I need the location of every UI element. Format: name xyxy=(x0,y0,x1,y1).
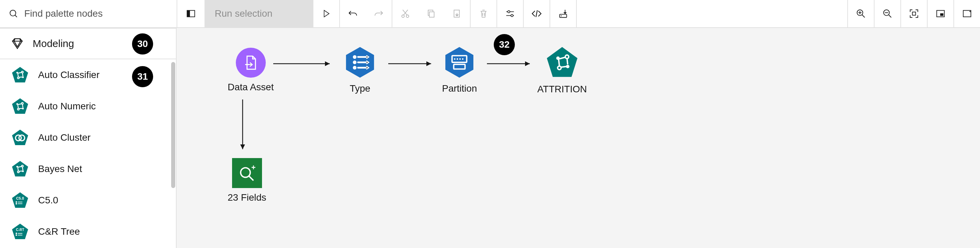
svg-point-46 xyxy=(240,168,250,177)
palette-node-label: Auto Classifier xyxy=(38,69,100,80)
svg-text:C-RT: C-RT xyxy=(16,228,24,232)
pentagon-icon xyxy=(11,66,29,84)
svg-point-3 xyxy=(406,15,409,18)
palette-node-label: Auto Cluster xyxy=(38,132,91,143)
copy-icon xyxy=(426,9,436,18)
svg-point-2 xyxy=(402,15,404,18)
svg-point-42 xyxy=(556,56,560,60)
settings-button[interactable] xyxy=(497,0,523,27)
pentagon-icon: C-RT xyxy=(11,222,29,241)
flow-arrow xyxy=(272,61,334,67)
flow-arrow xyxy=(240,99,246,153)
panel-toggle-button[interactable] xyxy=(177,0,205,27)
file-import-icon xyxy=(243,55,258,70)
audit-icon: + xyxy=(239,165,256,182)
node-label: ATTRITION xyxy=(537,84,587,95)
zoom-out-icon xyxy=(882,8,892,19)
undo-icon xyxy=(348,8,358,19)
canvas-node-data-asset[interactable]: Data Asset xyxy=(228,48,274,93)
run-button[interactable] xyxy=(313,0,339,27)
flow-canvas[interactable]: Data Asset Type xyxy=(177,28,980,248)
minimap-button[interactable] xyxy=(928,0,953,27)
delete-button xyxy=(471,0,496,27)
panel-toggle-icon xyxy=(186,8,196,19)
palette-node-auto-numeric[interactable]: Auto Numeric xyxy=(0,91,176,122)
paste-icon xyxy=(452,9,462,18)
svg-text:C5.0: C5.0 xyxy=(16,196,24,200)
svg-point-9 xyxy=(561,15,562,16)
svg-point-36 xyxy=(16,235,17,236)
add-comment-button[interactable]: + xyxy=(954,0,980,27)
zoom-in-button[interactable] xyxy=(848,0,874,27)
zoom-in-icon xyxy=(856,8,866,19)
download-button[interactable] xyxy=(550,0,576,27)
main-area: Modeling Auto Classifier Auto Numeric Au… xyxy=(0,28,980,248)
svg-text:+: + xyxy=(251,165,256,172)
minimap-icon xyxy=(935,8,946,19)
palette-node-label: Auto Numeric xyxy=(38,101,96,112)
palette-node-c50[interactable]: C5.0 C5.0 xyxy=(0,185,176,216)
redo-icon xyxy=(374,8,384,19)
palette-node-crtree[interactable]: C-RT C&R Tree xyxy=(0,216,176,247)
svg-rect-14 xyxy=(940,13,943,16)
hexagon-icon xyxy=(343,46,377,79)
svg-point-39 xyxy=(353,67,356,69)
svg-rect-1 xyxy=(187,11,190,17)
run-selection-button: Run selection xyxy=(205,0,313,27)
copy-button xyxy=(418,0,444,27)
cut-icon xyxy=(400,8,410,19)
palette-node-label: C5.0 xyxy=(38,195,58,206)
annotation-badge-31: 31 xyxy=(132,66,153,87)
flow-arrow xyxy=(388,61,435,67)
palette-node-auto-cluster[interactable]: Auto Cluster xyxy=(0,122,176,153)
palette-search[interactable] xyxy=(0,0,177,27)
svg-point-6 xyxy=(508,11,510,13)
sidebar-scrollbar[interactable] xyxy=(171,62,175,188)
svg-point-37 xyxy=(353,56,356,58)
diamond-icon xyxy=(11,37,24,50)
run-selection-label: Run selection xyxy=(215,8,272,19)
canvas-node-attrition[interactable]: ATTRITION xyxy=(537,45,587,95)
node-label: Partition xyxy=(442,83,477,94)
canvas-node-23-fields[interactable]: + 23 Fields xyxy=(228,158,266,203)
zoom-out-button[interactable] xyxy=(875,0,900,27)
svg-point-33 xyxy=(16,203,17,205)
palette-node-label: C&R Tree xyxy=(38,226,80,237)
palette-category-label: Modeling xyxy=(33,38,74,50)
node-label: 23 Fields xyxy=(228,192,266,203)
code-button[interactable] xyxy=(524,0,550,27)
pentagon-icon xyxy=(11,128,29,147)
settings-adjust-icon xyxy=(505,8,515,19)
svg-point-38 xyxy=(353,61,356,63)
toolbar: Run selection xyxy=(0,0,980,28)
palette-search-input[interactable] xyxy=(24,8,177,19)
code-icon xyxy=(531,8,542,19)
cut-button xyxy=(392,0,418,27)
flow-arrow xyxy=(486,61,534,67)
pentagon-icon: C5.0 xyxy=(11,191,29,210)
trash-icon xyxy=(479,9,488,18)
node-label: Type xyxy=(350,83,371,94)
pentagon-icon xyxy=(11,160,29,178)
undo-button[interactable] xyxy=(340,0,366,27)
download-icon xyxy=(558,8,568,19)
palette-sidebar: Modeling Auto Classifier Auto Numeric Au… xyxy=(0,28,177,248)
hexagon-icon xyxy=(443,46,476,79)
canvas-node-type[interactable]: Type xyxy=(343,46,377,94)
svg-rect-4 xyxy=(430,12,434,18)
add-comment-icon: + xyxy=(962,8,972,19)
annotation-badge-30: 30 xyxy=(132,34,153,54)
paste-button xyxy=(444,0,470,27)
pentagon-icon xyxy=(11,97,29,115)
svg-point-45 xyxy=(566,65,569,68)
play-icon xyxy=(322,9,331,18)
zoom-fit-button[interactable] xyxy=(901,0,927,27)
svg-point-35 xyxy=(16,233,17,234)
canvas-node-partition[interactable]: Partition xyxy=(442,46,477,94)
annotation-badge-32: 32 xyxy=(494,34,515,55)
svg-rect-12 xyxy=(912,12,915,15)
svg-text:+: + xyxy=(969,9,972,13)
palette-node-bayes-net[interactable]: Bayes Net xyxy=(0,153,176,185)
pentagon-icon xyxy=(545,45,579,80)
node-label: Data Asset xyxy=(228,82,274,93)
